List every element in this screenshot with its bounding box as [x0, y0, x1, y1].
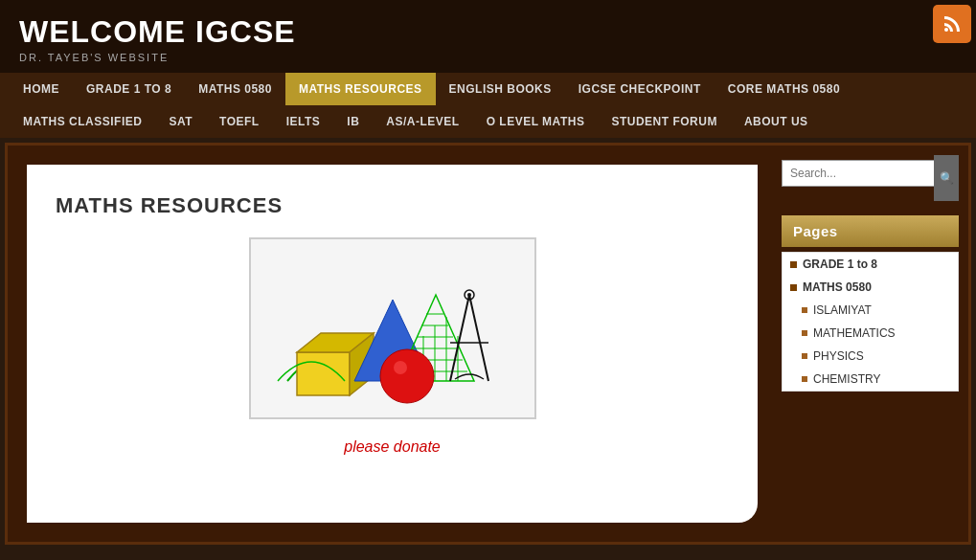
nav-item-home[interactable]: HOME — [10, 73, 73, 105]
donate-text: please donate — [56, 438, 729, 456]
navigation: HOMEGRADE 1 TO 8MATHS 0580MATHS RESOURCE… — [0, 73, 976, 138]
bullet-icon — [802, 307, 807, 313]
nav-item-igcse-checkpoint[interactable]: IGCSE CHECKPOINT — [565, 73, 715, 105]
bullet-icon — [790, 284, 797, 291]
page-title: MATHS RESOURCES — [56, 193, 729, 218]
nav-item-english-books[interactable]: ENGLISH BOOKS — [436, 73, 565, 105]
bullet-icon — [802, 353, 807, 359]
sidebar-list-item[interactable]: MATHS 0580 — [783, 276, 958, 299]
sidebar-list-item[interactable]: PHYSICS — [783, 345, 958, 368]
math-illustration — [249, 237, 536, 419]
sidebar-item-label: MATHS 0580 — [803, 280, 872, 294]
nav-item-as/a-level[interactable]: AS/A-LEVEL — [373, 105, 472, 138]
svg-point-23 — [467, 293, 471, 297]
nav-item-sat[interactable]: SAT — [155, 105, 206, 138]
svg-point-0 — [944, 28, 948, 32]
main-wrapper: MATHS RESOURCES — [5, 143, 971, 545]
main-content-wrapper: MATHS RESOURCES — [8, 146, 968, 542]
sidebar-item-label: MATHEMATICS — [813, 326, 896, 340]
bullet-icon — [802, 376, 807, 382]
sidebar-list-item[interactable]: CHEMISTRY — [783, 368, 958, 391]
bullet-icon — [790, 261, 797, 268]
site-subtitle: DR. TAYEB'S WEBSITE — [19, 52, 957, 63]
sidebar-item-label: ISLAMIYAT — [813, 303, 872, 317]
svg-line-20 — [469, 295, 488, 381]
pages-header: Pages — [782, 215, 959, 247]
nav-item-maths-0580[interactable]: MATHS 0580 — [185, 73, 285, 105]
bullet-icon — [802, 330, 807, 336]
nav-item-maths-resources[interactable]: MATHS RESOURCES — [285, 73, 436, 105]
nav-item-ielts[interactable]: IELTS — [273, 105, 334, 138]
sidebar: 🔍 Pages GRADE 1 to 8MATHS 0580ISLAMIYATM… — [777, 146, 968, 542]
nav-item-o-level-maths[interactable]: O LEVEL MATHS — [473, 105, 599, 138]
nav-item-about-us[interactable]: ABOUT US — [731, 105, 822, 138]
search-wrapper: 🔍 — [782, 155, 959, 201]
sidebar-item-label: PHYSICS — [813, 349, 864, 363]
content-area: MATHS RESOURCES — [27, 165, 758, 523]
sidebar-list-item[interactable]: GRADE 1 to 8 — [783, 253, 958, 276]
svg-rect-1 — [297, 352, 350, 395]
sidebar-item-label: CHEMISTRY — [813, 372, 880, 386]
svg-point-18 — [394, 361, 407, 374]
svg-point-17 — [380, 349, 434, 403]
search-input[interactable] — [782, 160, 959, 187]
svg-line-19 — [450, 295, 469, 381]
rss-icon[interactable] — [933, 5, 971, 43]
sidebar-list-item[interactable]: MATHEMATICS — [783, 322, 958, 345]
nav-row-1: HOMEGRADE 1 TO 8MATHS 0580MATHS RESOURCE… — [0, 73, 976, 105]
nav-item-grade-1-to-8[interactable]: GRADE 1 TO 8 — [73, 73, 185, 105]
nav-item-core-maths-0580[interactable]: CORE MATHS 0580 — [715, 73, 853, 105]
nav-item-toefl[interactable]: TOEFL — [206, 105, 273, 138]
nav-item-student-forum[interactable]: STUDENT FORUM — [598, 105, 731, 138]
site-title: WELCOME IGCSE — [19, 14, 957, 50]
sidebar-item-label: GRADE 1 to 8 — [803, 258, 877, 271]
sidebar-list-item[interactable]: ISLAMIYAT — [783, 299, 958, 322]
sidebar-list: GRADE 1 to 8MATHS 0580ISLAMIYATMATHEMATI… — [782, 252, 959, 392]
search-button[interactable]: 🔍 — [934, 155, 959, 201]
nav-row-2: MATHS CLASSIFIEDSATTOEFLIELTSIBAS/A-LEVE… — [0, 105, 976, 138]
site-header: WELCOME IGCSE DR. TAYEB'S WEBSITE — [0, 0, 976, 73]
nav-item-maths-classified[interactable]: MATHS CLASSIFIED — [10, 105, 155, 138]
nav-item-ib[interactable]: IB — [333, 105, 373, 138]
